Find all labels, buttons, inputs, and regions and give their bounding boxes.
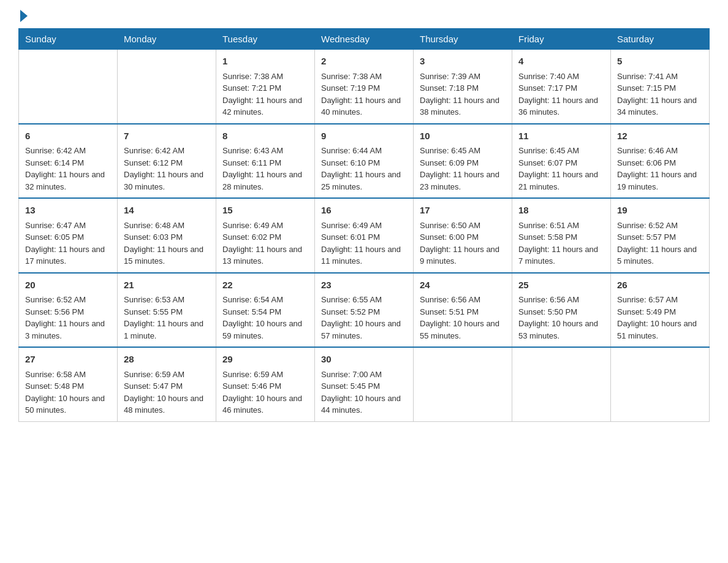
sunrise-text: Sunrise: 6:45 AM	[518, 145, 604, 157]
calendar-cell: 23Sunrise: 6:55 AMSunset: 5:52 PMDayligh…	[315, 273, 414, 348]
day-number: 28	[124, 353, 210, 367]
calendar-cell: 26Sunrise: 6:57 AMSunset: 5:49 PMDayligh…	[611, 273, 710, 348]
calendar-cell: 13Sunrise: 6:47 AMSunset: 6:05 PMDayligh…	[19, 198, 118, 273]
cell-content: 5Sunrise: 7:41 AMSunset: 7:15 PMDaylight…	[617, 55, 703, 118]
sunrise-text: Sunrise: 6:44 AM	[321, 145, 407, 157]
calendar-header-tuesday: Tuesday	[216, 29, 315, 50]
calendar-cell: 2Sunrise: 7:38 AMSunset: 7:19 PMDaylight…	[315, 50, 414, 124]
sunrise-text: Sunrise: 6:58 AM	[25, 369, 111, 381]
daylight-text: Daylight: 11 hours and 21 minutes.	[518, 169, 604, 193]
cell-content: 7Sunrise: 6:42 AMSunset: 6:12 PMDaylight…	[124, 129, 210, 193]
cell-content: 28Sunrise: 6:59 AMSunset: 5:47 PMDayligh…	[124, 353, 210, 416]
calendar-header-row: SundayMondayTuesdayWednesdayThursdayFrid…	[19, 29, 710, 50]
daylight-text: Daylight: 11 hours and 13 minutes.	[222, 243, 308, 267]
calendar-cell: 3Sunrise: 7:39 AMSunset: 7:18 PMDaylight…	[414, 50, 512, 124]
day-number: 19	[617, 204, 703, 218]
sunrise-text: Sunrise: 6:59 AM	[222, 369, 308, 381]
sunset-text: Sunset: 5:51 PM	[420, 306, 506, 318]
day-number: 18	[518, 204, 604, 218]
sunset-text: Sunset: 6:02 PM	[222, 231, 308, 243]
cell-content: 23Sunrise: 6:55 AMSunset: 5:52 PMDayligh…	[321, 278, 407, 342]
calendar-cell: 20Sunrise: 6:52 AMSunset: 5:56 PMDayligh…	[19, 273, 118, 348]
sunset-text: Sunset: 5:49 PM	[617, 306, 703, 318]
sunset-text: Sunset: 5:45 PM	[321, 380, 407, 393]
day-number: 20	[25, 278, 111, 293]
day-number: 10	[420, 129, 506, 144]
cell-content: 29Sunrise: 6:59 AMSunset: 5:46 PMDayligh…	[222, 353, 308, 416]
cell-content: 16Sunrise: 6:49 AMSunset: 6:01 PMDayligh…	[321, 204, 407, 267]
cell-content: 24Sunrise: 6:56 AMSunset: 5:51 PMDayligh…	[420, 278, 506, 342]
sunset-text: Sunset: 7:19 PM	[321, 82, 407, 94]
sunrise-text: Sunrise: 7:41 AM	[617, 71, 703, 83]
calendar-cell: 27Sunrise: 6:58 AMSunset: 5:48 PMDayligh…	[19, 347, 118, 421]
sunset-text: Sunset: 5:57 PM	[617, 231, 703, 243]
daylight-text: Daylight: 11 hours and 30 minutes.	[124, 169, 210, 193]
sunset-text: Sunset: 5:47 PM	[124, 380, 210, 393]
day-number: 16	[321, 204, 407, 218]
sunrise-text: Sunrise: 6:49 AM	[222, 220, 308, 232]
sunrise-text: Sunrise: 6:42 AM	[25, 145, 111, 157]
cell-content: 2Sunrise: 7:38 AMSunset: 7:19 PMDaylight…	[321, 55, 407, 118]
daylight-text: Daylight: 11 hours and 36 minutes.	[518, 94, 604, 118]
daylight-text: Daylight: 11 hours and 3 minutes.	[25, 318, 111, 342]
day-number: 1	[222, 55, 308, 69]
day-number: 29	[222, 353, 308, 367]
sunrise-text: Sunrise: 6:50 AM	[420, 220, 506, 232]
calendar-week-row: 6Sunrise: 6:42 AMSunset: 6:14 PMDaylight…	[19, 124, 710, 199]
day-number: 14	[124, 204, 210, 218]
sunrise-text: Sunrise: 6:42 AM	[124, 145, 210, 157]
calendar-cell	[611, 347, 710, 421]
cell-content: 17Sunrise: 6:50 AMSunset: 6:00 PMDayligh…	[420, 204, 506, 267]
cell-content: 1Sunrise: 7:38 AMSunset: 7:21 PMDaylight…	[222, 55, 308, 118]
sunset-text: Sunset: 7:17 PM	[518, 82, 604, 94]
day-number: 26	[617, 278, 703, 293]
daylight-text: Daylight: 10 hours and 48 minutes.	[124, 393, 210, 416]
cell-content: 11Sunrise: 6:45 AMSunset: 6:07 PMDayligh…	[518, 129, 604, 193]
sunrise-text: Sunrise: 7:38 AM	[321, 71, 407, 83]
cell-content: 30Sunrise: 7:00 AMSunset: 5:45 PMDayligh…	[321, 353, 407, 416]
cell-content: 21Sunrise: 6:53 AMSunset: 5:55 PMDayligh…	[124, 278, 210, 342]
calendar-cell: 5Sunrise: 7:41 AMSunset: 7:15 PMDaylight…	[611, 50, 710, 124]
daylight-text: Daylight: 11 hours and 23 minutes.	[420, 169, 506, 193]
calendar-table: SundayMondayTuesdayWednesdayThursdayFrid…	[18, 28, 710, 422]
sunrise-text: Sunrise: 6:51 AM	[518, 220, 604, 232]
calendar-cell: 17Sunrise: 6:50 AMSunset: 6:00 PMDayligh…	[414, 198, 512, 273]
daylight-text: Daylight: 10 hours and 55 minutes.	[420, 318, 506, 342]
cell-content: 13Sunrise: 6:47 AMSunset: 6:05 PMDayligh…	[25, 204, 111, 267]
sunset-text: Sunset: 5:54 PM	[222, 306, 308, 318]
sunset-text: Sunset: 7:18 PM	[420, 82, 506, 94]
cell-content: 20Sunrise: 6:52 AMSunset: 5:56 PMDayligh…	[25, 278, 111, 342]
calendar-cell: 6Sunrise: 6:42 AMSunset: 6:14 PMDaylight…	[19, 124, 118, 199]
calendar-week-row: 20Sunrise: 6:52 AMSunset: 5:56 PMDayligh…	[19, 273, 710, 348]
calendar-cell: 10Sunrise: 6:45 AMSunset: 6:09 PMDayligh…	[414, 124, 512, 199]
cell-content: 12Sunrise: 6:46 AMSunset: 6:06 PMDayligh…	[617, 129, 703, 193]
daylight-text: Daylight: 10 hours and 46 minutes.	[222, 393, 308, 416]
day-number: 12	[617, 129, 703, 144]
sunrise-text: Sunrise: 7:38 AM	[222, 71, 308, 83]
daylight-text: Daylight: 11 hours and 25 minutes.	[321, 169, 407, 193]
calendar-cell: 30Sunrise: 7:00 AMSunset: 5:45 PMDayligh…	[315, 347, 414, 421]
calendar-week-row: 13Sunrise: 6:47 AMSunset: 6:05 PMDayligh…	[19, 198, 710, 273]
sunrise-text: Sunrise: 6:46 AM	[617, 145, 703, 157]
day-number: 4	[518, 55, 604, 69]
daylight-text: Daylight: 11 hours and 1 minute.	[124, 318, 210, 342]
calendar-cell: 25Sunrise: 6:56 AMSunset: 5:50 PMDayligh…	[512, 273, 611, 348]
sunset-text: Sunset: 6:00 PM	[420, 231, 506, 243]
sunset-text: Sunset: 5:46 PM	[222, 380, 308, 393]
sunset-text: Sunset: 5:50 PM	[518, 306, 604, 318]
cell-content: 6Sunrise: 6:42 AMSunset: 6:14 PMDaylight…	[25, 129, 111, 193]
calendar-cell: 4Sunrise: 7:40 AMSunset: 7:17 PMDaylight…	[512, 50, 611, 124]
day-number: 24	[420, 278, 506, 293]
calendar-header-sunday: Sunday	[19, 29, 118, 50]
day-number: 17	[420, 204, 506, 218]
sunrise-text: Sunrise: 6:59 AM	[124, 369, 210, 381]
calendar-header-friday: Friday	[512, 29, 611, 50]
cell-content: 25Sunrise: 6:56 AMSunset: 5:50 PMDayligh…	[518, 278, 604, 342]
calendar-week-row: 1Sunrise: 7:38 AMSunset: 7:21 PMDaylight…	[19, 50, 710, 124]
sunset-text: Sunset: 5:56 PM	[25, 306, 111, 318]
cell-content: 4Sunrise: 7:40 AMSunset: 7:17 PMDaylight…	[518, 55, 604, 118]
calendar-cell: 19Sunrise: 6:52 AMSunset: 5:57 PMDayligh…	[611, 198, 710, 273]
sunset-text: Sunset: 6:11 PM	[222, 157, 308, 169]
day-number: 7	[124, 129, 210, 144]
sunrise-text: Sunrise: 6:57 AM	[617, 294, 703, 306]
